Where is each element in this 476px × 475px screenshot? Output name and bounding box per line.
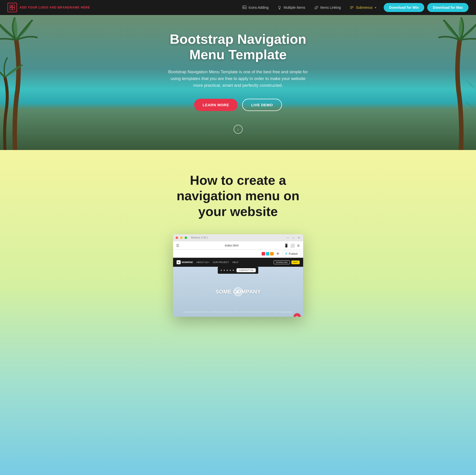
lightbulb-icon [277,5,282,10]
inner-logo: M MOBIRISE [177,260,193,264]
nav-item-items-linking[interactable]: Items Linking [314,5,341,10]
inner-nav-links: ABOUT US ▾ OUR PROJECT HELP [196,261,238,264]
color-dot-cyan[interactable] [266,252,269,256]
navbar: ADD YOUR LOGO AND BRANDNAME HERE Icons A… [0,0,476,15]
svg-point-4 [11,6,12,7]
minimize-icon[interactable]: — [286,236,290,240]
download-mac-button[interactable]: Download for Mac [427,3,468,12]
inner-logo-box: M [177,260,181,264]
learn-more-button[interactable]: LEARN MORE [194,99,238,111]
svg-rect-5 [243,6,246,9]
mobile-icon[interactable]: 📱 [284,244,288,248]
link-icon [314,5,318,10]
nav-item-icons-adding[interactable]: Icons Adding [242,5,269,10]
how-to-section: How to create a navigation menu on your … [0,150,476,475]
inner-nav-buttons: DOWNLOAD BUY [274,260,300,264]
nav-item-submenus-label: Submenus [356,6,373,10]
nav-item-submenus[interactable]: Submenus ▾ [350,5,376,10]
svg-point-6 [243,6,244,7]
nav-item-multiple-items-label: Multiple Items [284,6,305,10]
inner-hero-text: Lorem ipsum dolor sit amet, consectetur … [173,310,303,313]
inner-site: M MOBIRISE ABOUT US ▾ OUR PROJECT HELP D… [173,258,303,317]
desktop-icon[interactable]: 🖥 [297,244,300,248]
play-button[interactable]: ▶ [234,287,243,296]
color-dot-red[interactable] [262,252,265,256]
browser-addressbar: ☰ index.html 📱 ⬜ 🖥 [173,241,303,250]
device-icons: 📱 ⬜ 🖥 [284,244,300,248]
inner-logo-text: MOBIRISE [182,261,193,264]
publish-label: Publish [289,252,298,255]
inner-popup: ✦ ✦ ✦ ✦ ✦ CONTACT US [218,267,258,274]
how-to-title: How to create a navigation menu on your … [163,172,313,219]
color-swatches [262,252,274,256]
browser-mock: Mobirise 3.05.1 — □ ✕ ☰ index.html 📱 ⬜ 🖥 [173,234,303,317]
browser-titlebar: Mobirise 3.05.1 — □ ✕ [173,234,303,241]
about-chevron: ▾ [208,261,209,263]
download-win-button[interactable]: Download for Win [384,3,424,12]
nav-item-icons-adding-label: Icons Adding [249,6,269,10]
chevron-down-icon: ▾ [375,6,376,9]
browser-toolbar: 👁 ⬆ Publish [173,250,303,258]
publish-button[interactable]: ⬆ Publish [282,251,300,256]
menu-list-icon [350,5,354,10]
browser-mock-wrapper: Mobirise 3.05.1 — □ ✕ ☰ index.html 📱 ⬜ 🖥 [173,234,303,317]
address-text[interactable]: index.html [182,244,282,247]
browser-topbar-right: — □ ✕ [286,236,301,240]
inner-buy-button[interactable]: BUY [291,260,299,264]
inner-nav-help[interactable]: HELP [232,261,238,264]
nav-item-items-linking-label: Items Linking [320,6,341,10]
brand-name-text: ADD YOUR LOGO AND BRANDNAME HERE [20,6,90,9]
close-dot[interactable] [176,236,178,239]
inner-nav-about[interactable]: ABOUT US ▾ [196,261,209,264]
preview-icon[interactable]: 👁 [276,252,280,256]
scroll-down-arrow[interactable]: ↓ [234,125,243,134]
hamburger-icon[interactable]: ☰ [176,244,179,248]
color-dot-orange[interactable] [270,252,274,256]
hero-buttons: LEARN MORE LIVE DEMO [156,99,321,111]
hero-content: Bootstrap Navigation Menu Template Boots… [151,31,326,134]
inner-nav-project[interactable]: OUR PROJECT [213,261,229,264]
hero-title: Bootstrap Navigation Menu Template [156,31,321,62]
svg-point-7 [279,6,281,8]
minimize-dot[interactable] [180,236,183,239]
hero-subtitle: Bootstrap Navigation Menu Template is on… [166,68,311,89]
close-icon[interactable]: ✕ [297,236,301,240]
brand-logo-icon[interactable] [8,3,17,12]
inner-hero: SOME COMPANY ▶ Lorem ipsum dolor sit ame… [173,267,303,317]
svg-rect-1 [13,5,15,7]
nav-links: Icons Adding Multiple Items Items Linkin… [242,5,376,10]
svg-rect-3 [13,8,15,10]
fullscreen-icon[interactable]: □ [292,236,295,240]
nav-buttons: Download for Win Download for Mac [384,3,468,12]
hero-section: Bootstrap Navigation Menu Template Boots… [0,15,476,150]
image-icon [242,5,247,10]
maximize-dot[interactable] [185,236,187,239]
svg-rect-2 [10,8,12,10]
popup-contact-label[interactable]: CONTACT US [236,268,256,272]
popup-icons: ✦ ✦ ✦ ✦ ✦ [220,269,234,272]
inner-navbar: M MOBIRISE ABOUT US ▾ OUR PROJECT HELP D… [173,258,303,267]
brand: ADD YOUR LOGO AND BRANDNAME HERE [8,3,90,12]
upload-icon: ⬆ [285,252,287,256]
tablet-icon[interactable]: ⬜ [290,244,295,248]
live-demo-button[interactable]: LIVE DEMO [242,99,282,111]
browser-title-text: Mobirise 3.05.1 [191,236,208,239]
inner-download-button[interactable]: DOWNLOAD [274,260,290,264]
nav-item-multiple-items[interactable]: Multiple Items [277,5,305,10]
